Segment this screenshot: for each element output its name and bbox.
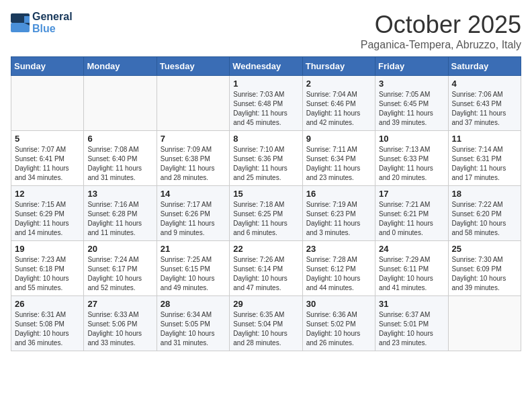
day-info: Sunrise: 7:10 AM Sunset: 6:36 PM Dayligh… [233, 145, 298, 183]
day-info: Sunrise: 7:15 AM Sunset: 6:29 PM Dayligh… [15, 200, 80, 238]
calendar-cell: 10Sunrise: 7:13 AM Sunset: 6:33 PM Dayli… [375, 131, 448, 186]
calendar-cell [84, 76, 157, 131]
calendar-cell: 20Sunrise: 7:24 AM Sunset: 6:17 PM Dayli… [84, 241, 157, 296]
calendar-cell: 4Sunrise: 7:06 AM Sunset: 6:43 PM Daylig… [448, 76, 521, 131]
day-number: 3 [379, 79, 444, 89]
day-number: 21 [161, 244, 226, 254]
day-number: 23 [306, 244, 371, 254]
weekday-header: Thursday [302, 57, 375, 76]
subtitle: Paganica-Tempera, Abruzzo, Italy [361, 39, 521, 51]
weekday-header: Sunday [11, 57, 84, 76]
calendar-cell: 26Sunrise: 6:31 AM Sunset: 5:08 PM Dayli… [11, 296, 84, 351]
day-info: Sunrise: 7:16 AM Sunset: 6:28 PM Dayligh… [87, 200, 152, 238]
page-header: General Blue October 2025 Paganica-Tempe… [11, 11, 521, 51]
day-info: Sunrise: 6:34 AM Sunset: 5:05 PM Dayligh… [161, 310, 226, 348]
day-info: Sunrise: 6:33 AM Sunset: 5:06 PM Dayligh… [87, 310, 152, 348]
calendar-header: SundayMondayTuesdayWednesdayThursdayFrid… [11, 57, 521, 76]
day-info: Sunrise: 7:13 AM Sunset: 6:33 PM Dayligh… [379, 145, 444, 183]
calendar-cell [448, 296, 521, 351]
day-number: 11 [452, 134, 517, 144]
calendar-cell: 3Sunrise: 7:05 AM Sunset: 6:45 PM Daylig… [375, 76, 448, 131]
day-number: 30 [306, 299, 371, 309]
day-number: 25 [452, 244, 517, 254]
day-number: 20 [87, 244, 152, 254]
calendar-week: 5Sunrise: 7:07 AM Sunset: 6:41 PM Daylig… [11, 131, 521, 186]
calendar-cell: 28Sunrise: 6:34 AM Sunset: 5:05 PM Dayli… [157, 296, 229, 351]
day-number: 10 [379, 134, 444, 144]
calendar-week: 12Sunrise: 7:15 AM Sunset: 6:29 PM Dayli… [11, 186, 521, 241]
calendar-cell: 5Sunrise: 7:07 AM Sunset: 6:41 PM Daylig… [11, 131, 84, 186]
weekday-header: Friday [375, 57, 448, 76]
day-number: 28 [161, 299, 226, 309]
calendar-cell: 15Sunrise: 7:18 AM Sunset: 6:25 PM Dayli… [230, 186, 302, 241]
day-number: 7 [161, 134, 226, 144]
day-info: Sunrise: 7:25 AM Sunset: 6:15 PM Dayligh… [161, 255, 226, 293]
calendar-cell: 8Sunrise: 7:10 AM Sunset: 6:36 PM Daylig… [230, 131, 302, 186]
calendar-cell: 14Sunrise: 7:17 AM Sunset: 6:26 PM Dayli… [157, 186, 229, 241]
day-info: Sunrise: 7:26 AM Sunset: 6:14 PM Dayligh… [233, 255, 298, 293]
calendar-cell: 7Sunrise: 7:09 AM Sunset: 6:38 PM Daylig… [157, 131, 229, 186]
calendar-cell: 17Sunrise: 7:21 AM Sunset: 6:21 PM Dayli… [375, 186, 448, 241]
calendar-cell: 16Sunrise: 7:19 AM Sunset: 6:23 PM Dayli… [302, 186, 375, 241]
day-info: Sunrise: 6:37 AM Sunset: 5:01 PM Dayligh… [379, 310, 444, 348]
calendar-week: 19Sunrise: 7:23 AM Sunset: 6:18 PM Dayli… [11, 241, 521, 296]
day-info: Sunrise: 7:28 AM Sunset: 6:12 PM Dayligh… [306, 255, 371, 293]
calendar-cell: 29Sunrise: 6:35 AM Sunset: 5:04 PM Dayli… [230, 296, 302, 351]
day-number: 15 [233, 189, 298, 199]
day-number: 22 [233, 244, 298, 254]
day-number: 31 [379, 299, 444, 309]
day-info: Sunrise: 7:19 AM Sunset: 6:23 PM Dayligh… [306, 200, 371, 238]
day-number: 2 [306, 79, 371, 89]
day-info: Sunrise: 7:05 AM Sunset: 6:45 PM Dayligh… [379, 90, 444, 128]
day-number: 19 [15, 244, 80, 254]
day-number: 14 [161, 189, 226, 199]
day-number: 9 [306, 134, 371, 144]
day-info: Sunrise: 7:11 AM Sunset: 6:34 PM Dayligh… [306, 145, 371, 183]
calendar-body: 1Sunrise: 7:03 AM Sunset: 6:48 PM Daylig… [11, 76, 521, 351]
day-number: 17 [379, 189, 444, 199]
day-number: 16 [306, 189, 371, 199]
day-info: Sunrise: 7:23 AM Sunset: 6:18 PM Dayligh… [15, 255, 80, 293]
day-number: 18 [452, 189, 517, 199]
calendar-cell: 23Sunrise: 7:28 AM Sunset: 6:12 PM Dayli… [302, 241, 375, 296]
day-number: 27 [87, 299, 152, 309]
calendar-cell [11, 76, 84, 131]
day-info: Sunrise: 6:35 AM Sunset: 5:04 PM Dayligh… [233, 310, 298, 348]
day-info: Sunrise: 7:07 AM Sunset: 6:41 PM Dayligh… [15, 145, 80, 183]
calendar-week: 1Sunrise: 7:03 AM Sunset: 6:48 PM Daylig… [11, 76, 521, 131]
calendar-cell: 25Sunrise: 7:30 AM Sunset: 6:09 PM Dayli… [448, 241, 521, 296]
calendar-table: SundayMondayTuesdayWednesdayThursdayFrid… [11, 56, 521, 351]
month-title: October 2025 [361, 11, 521, 39]
day-info: Sunrise: 7:29 AM Sunset: 6:11 PM Dayligh… [379, 255, 444, 293]
calendar-cell: 18Sunrise: 7:22 AM Sunset: 6:20 PM Dayli… [448, 186, 521, 241]
calendar-cell: 12Sunrise: 7:15 AM Sunset: 6:29 PM Dayli… [11, 186, 84, 241]
title-block: October 2025 Paganica-Tempera, Abruzzo, … [361, 11, 521, 51]
day-number: 5 [15, 134, 80, 144]
weekday-header: Tuesday [157, 57, 229, 76]
calendar-cell: 30Sunrise: 6:36 AM Sunset: 5:02 PM Dayli… [302, 296, 375, 351]
day-info: Sunrise: 7:04 AM Sunset: 6:46 PM Dayligh… [306, 90, 371, 128]
day-info: Sunrise: 7:24 AM Sunset: 6:17 PM Dayligh… [87, 255, 152, 293]
svg-marker-2 [24, 16, 30, 23]
weekday-header: Wednesday [230, 57, 302, 76]
day-number: 4 [452, 79, 517, 89]
day-info: Sunrise: 7:03 AM Sunset: 6:48 PM Dayligh… [233, 90, 298, 128]
day-info: Sunrise: 7:14 AM Sunset: 6:31 PM Dayligh… [452, 145, 517, 183]
day-info: Sunrise: 7:22 AM Sunset: 6:20 PM Dayligh… [452, 200, 517, 238]
logo-text: General Blue [32, 11, 73, 35]
calendar-cell: 27Sunrise: 6:33 AM Sunset: 5:06 PM Dayli… [84, 296, 157, 351]
calendar-cell: 24Sunrise: 7:29 AM Sunset: 6:11 PM Dayli… [375, 241, 448, 296]
logo-icon [11, 13, 30, 32]
weekday-header: Saturday [448, 57, 521, 76]
calendar-cell: 31Sunrise: 6:37 AM Sunset: 5:01 PM Dayli… [375, 296, 448, 351]
day-number: 1 [233, 79, 298, 89]
calendar-cell: 11Sunrise: 7:14 AM Sunset: 6:31 PM Dayli… [448, 131, 521, 186]
day-number: 6 [87, 134, 152, 144]
day-info: Sunrise: 7:06 AM Sunset: 6:43 PM Dayligh… [452, 90, 517, 128]
day-number: 29 [233, 299, 298, 309]
day-info: Sunrise: 6:36 AM Sunset: 5:02 PM Dayligh… [306, 310, 371, 348]
calendar-cell: 22Sunrise: 7:26 AM Sunset: 6:14 PM Dayli… [230, 241, 302, 296]
calendar-cell: 13Sunrise: 7:16 AM Sunset: 6:28 PM Dayli… [84, 186, 157, 241]
day-info: Sunrise: 7:21 AM Sunset: 6:21 PM Dayligh… [379, 200, 444, 238]
calendar-cell: 6Sunrise: 7:08 AM Sunset: 6:40 PM Daylig… [84, 131, 157, 186]
